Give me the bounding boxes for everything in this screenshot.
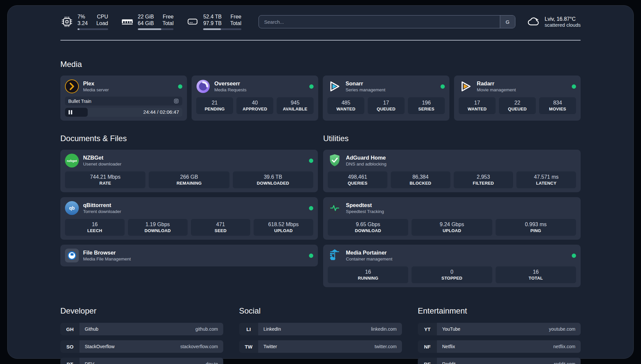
documents-section: Documents & Files nzbget NZBGet Usenet d… <box>60 134 318 287</box>
disk-usage-bar <box>203 28 241 30</box>
ram-icon <box>121 15 134 28</box>
adguard-icon <box>328 154 342 167</box>
stat-box: 834 MOVIES <box>539 97 576 114</box>
stat-box: 40 APPROVED <box>236 97 273 114</box>
app-name: AdGuard Home <box>346 155 386 161</box>
media-grid: Plex Media server Bullet Train 24:44 / 0… <box>60 76 581 121</box>
radarr-icon <box>459 79 473 93</box>
speedtest-icon <box>328 201 342 215</box>
stat-box: 2,953 FILTERED <box>454 171 513 188</box>
cpu-icon <box>60 15 74 28</box>
app-name: File Browser <box>83 250 131 256</box>
stat-box: 485 WANTED <box>327 97 364 114</box>
media-section-title: Media <box>60 60 581 69</box>
adguard-card[interactable]: AdGuard Home DNS and adblocking 498,461 … <box>323 150 581 192</box>
link-stackoverflow[interactable]: SO StackOverflow stackoverflow.com <box>60 340 223 353</box>
github-icon: GH <box>60 323 79 335</box>
app-subtitle: Speedtest Tracking <box>346 209 384 214</box>
search-bar: G <box>259 15 515 28</box>
stat-box: 471 SEED <box>191 219 251 236</box>
plex-card[interactable]: Plex Media server Bullet Train 24:44 / 0… <box>60 76 187 121</box>
filebrowser-card[interactable]: File Browser Media File Management <box>60 245 318 266</box>
stat-box: 16 TOTAL <box>496 266 576 283</box>
documents-section-title: Documents & Files <box>60 134 318 143</box>
search-engine-button[interactable]: G <box>500 15 515 28</box>
stat-box: 17 WANTED <box>459 97 496 114</box>
stat-box: 21 PENDING <box>196 97 233 114</box>
netflix-icon: NF <box>418 340 437 353</box>
stat-box: 744.21 Mbps RATE <box>65 171 145 188</box>
link-reddit[interactable]: RE Reddit reddit.com <box>418 358 581 364</box>
topbar: 7% 3.24 CPU Load <box>60 14 581 30</box>
nzbget-card[interactable]: nzbget NZBGet Usenet downloader 744.21 M… <box>60 150 318 192</box>
cpu-usage-bar <box>77 28 108 30</box>
link-dev[interactable]: DT DEV dev.to <box>60 358 223 364</box>
filebrowser-icon <box>65 249 79 262</box>
stat-box: 618.52 Mbps UPLOAD <box>254 219 313 236</box>
header-divider <box>60 40 581 41</box>
sonarr-card[interactable]: Sonarr Series management 485 WANTED 17 Q… <box>323 76 449 121</box>
disk-free-label: Free <box>230 14 241 20</box>
radarr-card[interactable]: Radarr Movie management 17 WANTED 22 QUE… <box>454 76 581 121</box>
now-playing-row: Bullet Train <box>65 97 182 106</box>
link-name: Reddit <box>442 361 455 364</box>
developer-section-title: Developer <box>60 306 223 316</box>
stat-box: 16 LEECH <box>65 219 125 236</box>
weather-location-temp: Lviv, 16.87°C <box>545 16 581 22</box>
nzbget-icon: nzbget <box>65 154 79 167</box>
entertainment-section-title: Entertainment <box>418 306 581 316</box>
link-name: LinkedIn <box>263 326 281 332</box>
linkedin-icon: LI <box>239 323 258 335</box>
link-github[interactable]: GH Github github.com <box>60 323 223 335</box>
overseerr-icon <box>196 79 210 93</box>
app-name: Overseerr <box>214 80 247 87</box>
status-dot <box>572 84 576 89</box>
disk-free-value: 52.4 TB <box>203 14 222 20</box>
app-subtitle: Series management <box>346 87 385 92</box>
utilities-section: Utilities AdGuard Home DNS and <box>323 134 581 287</box>
link-twitter[interactable]: TW Twitter twitter.com <box>239 340 402 353</box>
qbittorrent-card[interactable]: qb qBittorrent Torrent downloader 16 LEE… <box>60 197 318 240</box>
status-dot <box>572 254 576 258</box>
link-name: StackOverflow <box>85 344 114 349</box>
ram-free-label: Free <box>163 14 174 20</box>
status-dot <box>309 254 313 258</box>
app-name: Media Portainer <box>346 250 392 256</box>
app-name: Radarr <box>477 80 516 87</box>
link-url: github.com <box>196 326 218 332</box>
link-linkedin[interactable]: LI LinkedIn linkedin.com <box>239 323 402 335</box>
status-dot <box>441 84 445 89</box>
stat-box: 9.65 Gbps DOWNLOAD <box>328 219 408 236</box>
status-dot <box>309 159 313 163</box>
utilities-section-title: Utilities <box>323 134 581 143</box>
link-url: twitter.com <box>375 344 397 349</box>
ram-usage-bar <box>138 28 174 30</box>
youtube-icon: YT <box>418 323 437 335</box>
overseerr-card[interactable]: Overseerr Media Requests 21 PENDING 40 A… <box>192 76 318 121</box>
disk-icon <box>186 15 199 28</box>
plex-icon <box>65 79 79 93</box>
cloud-icon <box>527 15 540 29</box>
cpu-label: CPU <box>96 14 108 20</box>
app-subtitle: DNS and adblocking <box>346 162 386 167</box>
link-name: YouTube <box>442 326 460 332</box>
app-subtitle: Movie management <box>477 87 516 92</box>
social-section-title: Social <box>239 306 402 316</box>
search-input[interactable] <box>259 15 500 28</box>
ram-free-value: 22 GiB <box>138 14 154 20</box>
playback-progress-bar[interactable]: 24:44 / 02:06:47 <box>65 108 182 117</box>
weather-widget: Lviv, 16.87°C scattered clouds <box>527 15 581 29</box>
app-name: NZBGet <box>83 155 121 161</box>
pause-icon <box>69 110 72 114</box>
app-subtitle: Container management <box>346 257 392 261</box>
app-name: Plex <box>83 80 109 87</box>
link-youtube[interactable]: YT YouTube youtube.com <box>418 323 581 335</box>
portainer-card[interactable]: Media Portainer Container management 16 … <box>323 245 581 287</box>
stat-box: 945 AVAILABLE <box>277 97 314 114</box>
link-netflix[interactable]: NF Netflix netflix.com <box>418 340 581 353</box>
speedtest-card[interactable]: Speedtest Speedtest Tracking 9.65 Gbps D… <box>323 197 581 240</box>
status-dot <box>309 84 314 89</box>
status-dot <box>178 84 182 89</box>
app-subtitle: Media File Management <box>83 257 131 261</box>
cpu-widget: 7% 3.24 CPU Load <box>60 14 108 30</box>
